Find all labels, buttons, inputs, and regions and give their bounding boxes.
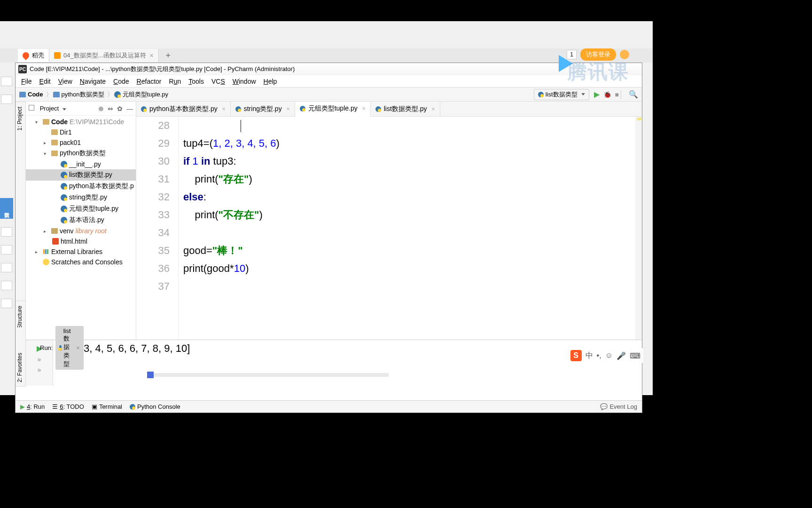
tab-label: 元组类型tuple.py xyxy=(308,104,358,113)
ime-keyboard-icon[interactable]: ⌨ xyxy=(630,351,640,360)
close-icon[interactable]: × xyxy=(287,106,290,112)
scrollbar-track[interactable] xyxy=(154,373,389,377)
scrollbar-thumb[interactable] xyxy=(147,372,154,378)
collapse-icon[interactable]: ⇔ xyxy=(108,105,113,112)
menu-help[interactable]: Help xyxy=(260,78,281,85)
search-button[interactable]: 🔍 xyxy=(629,90,638,99)
tool-tab-run[interactable]: ▶ 4: Run xyxy=(20,403,45,410)
tree-label: python数据类型 xyxy=(60,149,106,158)
tree-root[interactable]: ▾ Code E:\VIP\M211\Code xyxy=(26,117,136,127)
locate-icon[interactable]: ⊕ xyxy=(98,105,104,112)
breadcrumb-root[interactable]: Code xyxy=(19,91,43,98)
run-configuration-selector[interactable]: list数据类型 xyxy=(534,89,589,100)
tree-external-libraries[interactable]: ▸ External Libraries xyxy=(26,246,136,257)
favorites-tool-tab[interactable]: 2: Favorites xyxy=(16,349,25,387)
window-titlebar[interactable]: PC Code [E:\VIP\M211\Code] - ...\python数… xyxy=(16,63,642,75)
avatar-icon[interactable] xyxy=(620,50,629,59)
editor-marker-strip[interactable] xyxy=(635,117,642,340)
sogou-icon[interactable]: S xyxy=(570,350,582,361)
run-console-output[interactable]: [1, 2, 3, 4, 5, 6, 6, 7, 8, 9, 10] [] xyxy=(53,340,642,386)
project-tool-tab[interactable]: 1: Project xyxy=(16,102,25,135)
tree-label: Code xyxy=(51,118,68,126)
event-log-icon: 💬 xyxy=(600,403,608,410)
tree-scratches[interactable]: Scratches and Consoles xyxy=(26,257,136,267)
folder-icon xyxy=(51,129,58,135)
close-icon[interactable]: × xyxy=(150,52,154,59)
close-icon[interactable]: × xyxy=(362,105,366,112)
tree-file-init[interactable]: __init__.py xyxy=(26,159,136,169)
menu-refactor[interactable]: Refactor xyxy=(133,78,165,85)
close-icon[interactable]: × xyxy=(222,106,226,112)
browser-tab-docer[interactable]: 稻壳 xyxy=(18,49,49,62)
menu-navigate[interactable]: Navigate xyxy=(76,78,109,85)
terminal-icon: ▣ xyxy=(92,403,97,410)
tool-tab-todo[interactable]: ☰ 6: TODO xyxy=(52,403,84,410)
tree-file-string[interactable]: string类型.py xyxy=(26,192,136,203)
tree-folder-pydatatype[interactable]: ▾ python数据类型 xyxy=(26,148,136,159)
warning-marker[interactable] xyxy=(637,118,641,120)
menu-edit[interactable]: Edit xyxy=(36,78,55,85)
python-file-icon xyxy=(141,106,147,112)
close-icon[interactable]: × xyxy=(76,344,80,351)
tree-file-html[interactable]: html.html xyxy=(26,236,136,246)
ime-lang[interactable]: 中 xyxy=(586,351,593,361)
run-tab[interactable]: list数据类型 × xyxy=(55,326,83,370)
chevron-down-icon xyxy=(581,93,585,95)
tree-folder-dir1[interactable]: Dir1 xyxy=(26,127,136,137)
expand-icon[interactable]: ▸ xyxy=(44,140,49,145)
menu-tools[interactable]: Tools xyxy=(185,78,208,85)
tool-tab-python-console[interactable]: Python Console xyxy=(130,403,180,410)
login-button[interactable]: 访客登录 xyxy=(580,48,616,61)
tree-label: python基本数据类型.p xyxy=(69,182,134,190)
expand-icon[interactable]: ▾ xyxy=(44,151,49,156)
python-file-icon xyxy=(375,106,381,112)
code-editor[interactable]: 2829 3031 3233 3435 3637 tup4=(1, 2, 3, … xyxy=(136,117,642,340)
add-tab-button[interactable]: + xyxy=(163,50,174,61)
run-button[interactable]: ▶ xyxy=(594,90,600,99)
expand-icon[interactable]: ▾ xyxy=(35,119,41,125)
ime-punctuation-icon[interactable]: •, xyxy=(597,351,601,360)
close-icon[interactable]: × xyxy=(432,106,435,112)
hide-icon[interactable]: — xyxy=(126,105,133,112)
python-file-icon xyxy=(61,206,67,212)
editor-tab-string[interactable]: string类型.py × xyxy=(231,102,295,116)
breadcrumb-folder[interactable]: python数据类型 xyxy=(53,90,104,99)
python-file-icon xyxy=(61,194,67,201)
ime-emoji-icon[interactable]: ☺ xyxy=(605,351,613,360)
output-line: [1, 2, 3, 4, 5, 6, 6, 7, 8, 9, 10] xyxy=(58,341,637,356)
event-log-button[interactable]: 💬 Event Log xyxy=(600,403,637,410)
expand-icon[interactable]: ▸ xyxy=(35,249,41,254)
editor-area: python基本数据类型.py × string类型.py × 元组类型tupl… xyxy=(136,102,642,340)
tree-file-list[interactable]: list数据类型.py xyxy=(26,169,136,181)
editor-tab-tuple[interactable]: 元组类型tuple.py × xyxy=(295,102,371,117)
breadcrumb-file[interactable]: 元组类型tuple.py xyxy=(114,90,169,99)
ime-toolbar[interactable]: S 中 •, ☺ 🎤 ⌨ xyxy=(568,348,643,363)
editor-tab-list[interactable]: list数据类型.py × xyxy=(371,102,440,116)
folder-icon xyxy=(53,92,60,97)
ime-voice-icon[interactable]: 🎤 xyxy=(617,351,626,360)
menu-window[interactable]: Window xyxy=(229,78,260,85)
scratches-icon xyxy=(43,259,49,265)
menu-file[interactable]: File xyxy=(17,78,36,85)
tree-file-pybase[interactable]: python基本数据类型.p xyxy=(26,181,136,192)
tree-file-tuple[interactable]: 元组类型tuple.py xyxy=(26,203,136,214)
tab-label: python基本数据类型.py xyxy=(149,105,218,113)
settings-icon[interactable]: ✿ xyxy=(117,105,123,112)
menu-vcs[interactable]: VCS xyxy=(208,78,229,85)
code-content[interactable]: tup4=(1, 2, 3, 4, 5, 6) if 1 in tup3: pr… xyxy=(179,117,635,340)
tree-file-basic[interactable]: 基本语法.py xyxy=(26,214,136,226)
debug-button[interactable]: 🐞 xyxy=(603,91,611,98)
browser-tab-document[interactable]: 04_数据类型...函数以及运算符 × xyxy=(49,49,159,62)
tool-tab-terminal[interactable]: ▣ Terminal xyxy=(92,403,122,410)
python-icon xyxy=(538,92,544,97)
editor-tab-pybase[interactable]: python基本数据类型.py × xyxy=(136,102,231,116)
menu-view[interactable]: View xyxy=(55,78,76,85)
tree-folder-pack01[interactable]: ▸ pack01 xyxy=(26,137,136,148)
project-view-selector[interactable]: Project xyxy=(29,105,66,112)
tree-folder-venv[interactable]: ▸ venv library root xyxy=(26,226,136,236)
background-window-peek: 数据类 xyxy=(0,68,13,412)
expand-icon[interactable]: ▸ xyxy=(44,229,49,234)
menu-run[interactable]: Run xyxy=(165,78,185,85)
menu-code[interactable]: Code xyxy=(109,78,133,85)
breadcrumb-label: 元组类型tuple.py xyxy=(123,90,169,99)
